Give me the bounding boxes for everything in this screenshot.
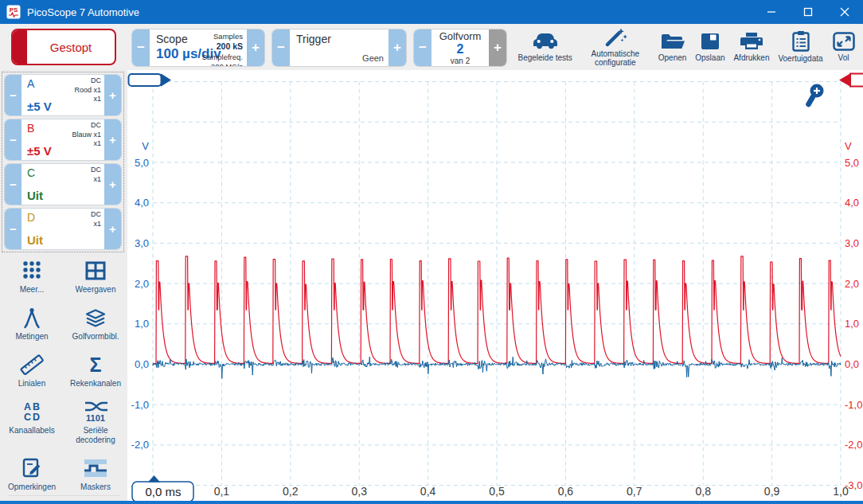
- trigger-increase-button[interactable]: +: [389, 29, 406, 66]
- expand-icon: [832, 31, 856, 52]
- channel-c-row[interactable]: −CDCx1Uit+: [4, 163, 122, 205]
- grid-dots-icon: [20, 259, 44, 283]
- action-opslaan[interactable]: Opslaan: [695, 31, 724, 63]
- sidebar-tools: Meer...WeergavenMetingenGolfvormbibl.Lin…: [0, 259, 127, 492]
- timebase-body[interactable]: Scope 100 µs/div Samples 200 kS Samplefr…: [150, 29, 247, 66]
- tool-kanaallabels[interactable]: ABCDKanaallabels: [0, 400, 64, 445]
- y-tick-right: 3,0: [845, 237, 859, 249]
- minimize-button[interactable]: [753, 0, 790, 24]
- tool-rekenkanalen[interactable]: ΣRekenkanalen: [64, 353, 127, 389]
- waveform-previous-button[interactable]: −: [414, 29, 432, 66]
- y-tick-left: 2,0: [135, 278, 149, 290]
- channel-a-decrease-button[interactable]: −: [5, 75, 21, 115]
- channel-d-increase-button[interactable]: +: [104, 209, 121, 249]
- stop-start-button[interactable]: Gestopt: [11, 29, 116, 65]
- channel-a-increase-button[interactable]: +: [104, 75, 121, 115]
- svg-text:Σ: Σ: [89, 354, 101, 376]
- channel-a-axis-handle[interactable]: [129, 73, 172, 87]
- channel-d-decrease-button[interactable]: −: [5, 209, 21, 249]
- tool-metingen[interactable]: Metingen: [0, 306, 64, 342]
- channel-b-row[interactable]: −BDCBlauw x1x1±5 V+: [4, 119, 122, 161]
- tool-meer-[interactable]: Meer...: [0, 259, 64, 295]
- channel-c-increase-button[interactable]: +: [104, 164, 121, 205]
- channel-b-increase-button[interactable]: +: [104, 119, 121, 160]
- action-vol[interactable]: Vol: [832, 31, 856, 63]
- trigger-decrease-button[interactable]: −: [272, 29, 290, 66]
- channel-name: D: [27, 211, 35, 224]
- tool-label: Seriële decodering: [67, 426, 124, 445]
- channel-b-axis-handle[interactable]: [839, 73, 863, 87]
- zoom-tool-icon[interactable]: [809, 84, 824, 105]
- y-tick-left: 5,0: [135, 157, 149, 169]
- trigger-body[interactable]: Trigger Geen: [290, 29, 389, 66]
- action-voertuigdata[interactable]: Voertuigdata: [778, 30, 822, 64]
- timebase-increase-button[interactable]: +: [247, 29, 264, 66]
- channel-c-decrease-button[interactable]: −: [5, 164, 21, 205]
- channel-info: DCx1: [91, 166, 101, 184]
- x-tick: 0,6: [558, 485, 574, 498]
- ruler-icon: [20, 353, 44, 377]
- tool-label: Meer...: [20, 285, 45, 295]
- trigger-title: Trigger: [296, 33, 331, 45]
- tool-label: Rekenkanalen: [70, 379, 121, 389]
- x-tick: 0,9: [764, 485, 780, 498]
- compass-icon: [21, 306, 42, 330]
- y-axis-right: V5,04,03,02,01,00,0-1,0-2,0-3,0: [845, 140, 862, 491]
- serial-icon: 1101: [81, 400, 110, 424]
- wand-icon: [603, 27, 627, 48]
- channel-a-row[interactable]: −ADCRood x1x1±5 V+: [4, 74, 122, 116]
- channel-info: DCx1: [91, 210, 101, 229]
- y-tick-right: 5,0: [845, 157, 859, 169]
- tool-seri-le-decodering[interactable]: 1101Seriële decodering: [64, 400, 127, 445]
- y-tick-right: 0,0: [845, 358, 859, 370]
- action-afdrukken[interactable]: Afdrukken: [733, 31, 769, 63]
- y-tick-right: 2,0: [845, 278, 859, 290]
- trigger-mode: Geen: [362, 53, 384, 63]
- channel-panel: −ADCRood x1x1±5 V+−BDCBlauw x1x1±5 V+−CD…: [2, 72, 124, 252]
- sample-info: Samples 200 kS Samplefreq. 200 MS/s: [202, 32, 243, 67]
- waveform-channel-b: [153, 357, 841, 378]
- channel-b-decrease-button[interactable]: −: [5, 119, 21, 160]
- channel-d-body: DDCx1Uit: [21, 209, 104, 249]
- action-openen[interactable]: Openen: [658, 31, 687, 63]
- channel-attenuation: x1: [93, 95, 101, 103]
- close-button[interactable]: [826, 0, 863, 24]
- scope-view[interactable]: V5,04,03,02,01,00,0-1,0-2,0-3,0V5,04,03,…: [127, 70, 863, 504]
- channel-range: ±5 V: [27, 144, 52, 158]
- main-toolbar: Gestopt − Scope 100 µs/div Samples 200 k…: [0, 24, 863, 70]
- tool-maskers[interactable]: Maskers: [64, 456, 127, 492]
- action-label: Afdrukken: [733, 53, 769, 63]
- samples-value: 200 kS: [217, 41, 243, 51]
- channel-range: Uit: [27, 189, 43, 202]
- channel-a-body: ADCRood x1x1±5 V: [21, 75, 104, 115]
- tool-golfvormbibl-[interactable]: Golfvormbibl.: [64, 306, 127, 342]
- channel-name: C: [27, 166, 35, 179]
- channel-c-body: CDCx1Uit: [21, 164, 104, 205]
- action-begeleide-tests[interactable]: Begeleide tests: [517, 31, 572, 63]
- tool-linialen[interactable]: Linialen: [0, 353, 64, 389]
- time-origin-label: 0,0 ms: [145, 485, 181, 498]
- action-label: Voertuigdata: [778, 54, 822, 64]
- channel-d-row[interactable]: −DDCx1Uit+: [4, 208, 122, 250]
- waveform-body[interactable]: Golfvorm 2 van 2: [432, 29, 489, 66]
- waveform-next-button[interactable]: +: [489, 29, 506, 66]
- tool-weergaven[interactable]: Weergaven: [64, 259, 127, 295]
- x-tick: 0,4: [420, 485, 436, 498]
- y-axis-left-unit: V: [142, 140, 149, 152]
- y-tick-left: -1,0: [131, 399, 149, 411]
- timebase-decrease-button[interactable]: −: [132, 29, 150, 66]
- folder-open-icon: [660, 31, 685, 52]
- save-icon: [699, 31, 721, 52]
- tool-label: Opmerkingen: [8, 483, 56, 492]
- sigma-icon: Σ: [86, 353, 105, 377]
- x-tick: 0,1: [214, 485, 230, 498]
- tool-opmerkingen[interactable]: Opmerkingen: [0, 456, 64, 492]
- action-label: Opslaan: [695, 53, 724, 63]
- action-automatische-configuratie[interactable]: Automatische configuratie: [581, 27, 650, 68]
- y-axis-right-unit: V: [845, 140, 852, 152]
- channel-attenuation: x1: [93, 175, 101, 183]
- window-bottom-border: [0, 501, 863, 504]
- library-icon: [84, 306, 107, 330]
- maximize-button[interactable]: [790, 0, 826, 24]
- y-tick-left: 4,0: [135, 197, 149, 209]
